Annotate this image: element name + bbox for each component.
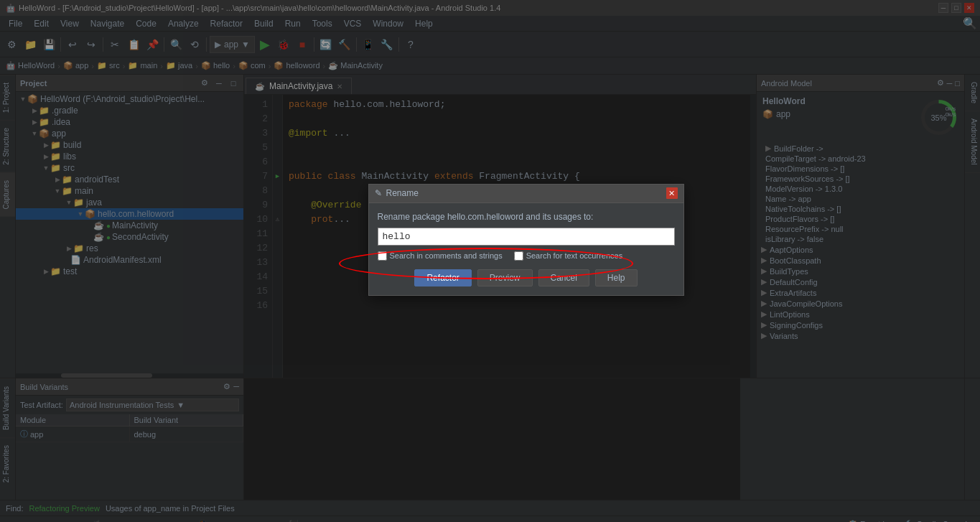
model-item-name[interactable]: Name -> app [757, 194, 964, 204]
toolbar-open[interactable]: 📁 [22, 36, 39, 53]
tree-maindir[interactable]: ▼ 📁 main [16, 185, 243, 197]
bottom-tab-find[interactable]: 3: Find [3, 519, 39, 523]
model-item-javacompileoptions[interactable]: ▶ JavaCompileOptions [757, 298, 964, 309]
model-item-signingconfigs[interactable]: ▶ SigningConfigs [757, 320, 964, 330]
model-item-bootclasspath[interactable]: ▶ BootClasspath [757, 255, 964, 266]
bottom-tab-todo[interactable]: 6: TODO [146, 519, 190, 523]
tree-src[interactable]: ▼ 📁 src [16, 162, 243, 174]
tree-test[interactable]: ▶ 📁 test [16, 266, 243, 277]
tree-build[interactable]: ▶ 📁 build [16, 139, 243, 151]
bc-src[interactable]: 📁 src [97, 61, 120, 70]
toolbar-find[interactable]: 🔍 [167, 36, 185, 53]
bottom-tab-android-monitor[interactable]: 📱 7: Android Monitor [192, 518, 281, 522]
bc-app[interactable]: 📦 app [63, 61, 88, 70]
rename-input[interactable] [378, 228, 675, 246]
model-item-islibrary[interactable]: isLibrary -> false [757, 234, 964, 244]
menu-vcs[interactable]: VCS [338, 17, 368, 30]
tab-gradle[interactable]: Gradle [965, 75, 980, 111]
menu-view[interactable]: View [55, 17, 85, 30]
menu-window[interactable]: Window [367, 17, 409, 30]
tab-project[interactable]: 1: Project [0, 75, 15, 120]
toolbar-copy[interactable]: 📋 [125, 36, 142, 53]
tab-build-variants[interactable]: Build Variants [0, 378, 15, 437]
refactor-button[interactable]: Refactor [414, 269, 471, 286]
bv-settings-icon[interactable]: ⚙ [223, 382, 230, 391]
tree-androidtest[interactable]: ▶ 📁 androidTest [16, 174, 243, 185]
android-model-app-row[interactable]: 📦 app [760, 108, 808, 121]
editor-scrollbar[interactable] [750, 95, 756, 378]
maximize-button[interactable]: □ [951, 3, 961, 13]
android-model-settings[interactable]: ⚙ [937, 78, 944, 88]
tree-res[interactable]: ▶ 📁 res [16, 243, 243, 254]
menu-help[interactable]: Help [409, 17, 439, 30]
bc-main[interactable]: 📁 main [128, 61, 157, 70]
toolbar-settings[interactable]: ⚙ [3, 36, 20, 53]
android-model-minimize[interactable]: ─ [947, 79, 953, 88]
tree-libs[interactable]: ▶ 📁 libs [16, 151, 243, 162]
android-model-maximize[interactable]: □ [955, 79, 960, 88]
model-item-modelversion[interactable]: ModelVersion -> 1.3.0 [757, 184, 964, 194]
checkbox-text-occurrences-input[interactable] [514, 251, 523, 261]
tree-app[interactable]: ▼ 📦 app [16, 128, 243, 139]
tab-android-model[interactable]: Android Model [965, 111, 980, 172]
preview-button[interactable]: Preview [477, 269, 533, 286]
bottom-tab-run[interactable]: ▶ 4: Run [41, 518, 85, 522]
menu-file[interactable]: File [3, 17, 28, 30]
bc-java[interactable]: 📁 java [166, 61, 192, 70]
model-item-resourceprefix[interactable]: ResourcePrefix -> null [757, 224, 964, 234]
find-tab-refactoring[interactable]: Refactoring Preview [29, 504, 99, 513]
bv-minimize-icon[interactable]: ─ [233, 382, 239, 391]
tree-gradle[interactable]: ▶ 📁 .gradle [16, 105, 243, 116]
menu-run[interactable]: Run [279, 17, 307, 30]
menu-build[interactable]: Build [248, 17, 279, 30]
bottom-tab-messages[interactable]: 0: Messages [349, 519, 406, 523]
tab-structure[interactable]: 2: Structure [0, 120, 15, 172]
toolbar-build[interactable]: 🔨 [336, 36, 353, 53]
bc-hello[interactable]: 📦 hello [201, 61, 230, 70]
stop-button[interactable]: ■ [294, 36, 311, 53]
toolbar-redo[interactable]: ↪ [83, 36, 100, 53]
debug-button[interactable]: 🐞 [275, 36, 292, 53]
tab-captures[interactable]: Captures [0, 172, 15, 217]
toolbar-undo[interactable]: ↩ [64, 36, 81, 53]
toolbar-sync[interactable]: 🔄 [317, 36, 335, 53]
project-settings-icon[interactable]: ⚙ [199, 78, 210, 89]
tree-idea[interactable]: ▶ 📁 .idea [16, 116, 243, 128]
menu-tools[interactable]: Tools [307, 17, 338, 30]
model-item-variants[interactable]: ▶ Variants [757, 330, 964, 341]
project-close-icon[interactable]: ─ [213, 78, 225, 89]
run-button[interactable]: ▶ [256, 36, 274, 53]
model-item-compiletarget[interactable]: CompileTarget -> android-23 [757, 154, 964, 164]
toolbar-save[interactable]: 💾 [40, 36, 57, 53]
toolbar-sdk[interactable]: 🔧 [378, 36, 396, 53]
toolbar-help[interactable]: ? [402, 36, 419, 53]
toolbar-cut[interactable]: ✂ [106, 36, 123, 53]
modal-close-button[interactable]: ✕ [666, 187, 678, 199]
bottom-tab-terminal[interactable]: ⬛ 8: Terminal [283, 518, 347, 522]
bottom-tab-debug[interactable]: 🐞 5: Debug [87, 518, 144, 522]
model-item-aaptoptions[interactable]: ▶ AaptOptions [757, 244, 964, 255]
project-maximize-icon[interactable]: □ [228, 78, 239, 89]
model-item-buildfolder[interactable]: ▶ BuildFolder -> [757, 143, 964, 154]
tree-javadir[interactable]: ▼ 📁 java [16, 197, 243, 208]
tab-favorites[interactable]: 2: Favorites [0, 437, 15, 490]
tab-mainactivity[interactable]: ☕ MainActivity.java ✕ [246, 78, 352, 94]
tree-manifest[interactable]: 📄 AndroidManifest.xml [16, 254, 243, 266]
tree-mainactivity[interactable]: ☕ ● MainActivity [16, 220, 243, 231]
model-item-extraartifacts[interactable]: ▶ ExtraArtifacts [757, 287, 964, 298]
bc-helloword2[interactable]: 📦 helloword [274, 61, 319, 70]
toolbar-avd[interactable]: 📱 [360, 36, 377, 53]
tree-package[interactable]: ▼ 📦 hello.com.helloword [16, 208, 243, 220]
help-button[interactable]: Help [595, 269, 638, 286]
minimize-button[interactable]: ─ [938, 3, 948, 13]
cancel-button[interactable]: Cancel [538, 269, 589, 286]
model-item-lintoptions[interactable]: ▶ LintOptions [757, 309, 964, 320]
tab-close-icon[interactable]: ✕ [337, 83, 342, 90]
search-icon[interactable]: 🔍 [963, 17, 977, 30]
model-item-productflavors[interactable]: ProductFlavors -> [] [757, 214, 964, 224]
checkbox-comments-input[interactable] [378, 251, 387, 261]
tree-root[interactable]: ▼ 📦 HelloWord (F:\Android_studio\Project… [16, 93, 243, 105]
bc-com[interactable]: 📦 com [238, 61, 266, 70]
model-item-flavordimensions[interactable]: FlavorDimensions -> [] [757, 164, 964, 174]
model-item-nativetoolchains[interactable]: NativeToolchains -> [] [757, 204, 964, 214]
